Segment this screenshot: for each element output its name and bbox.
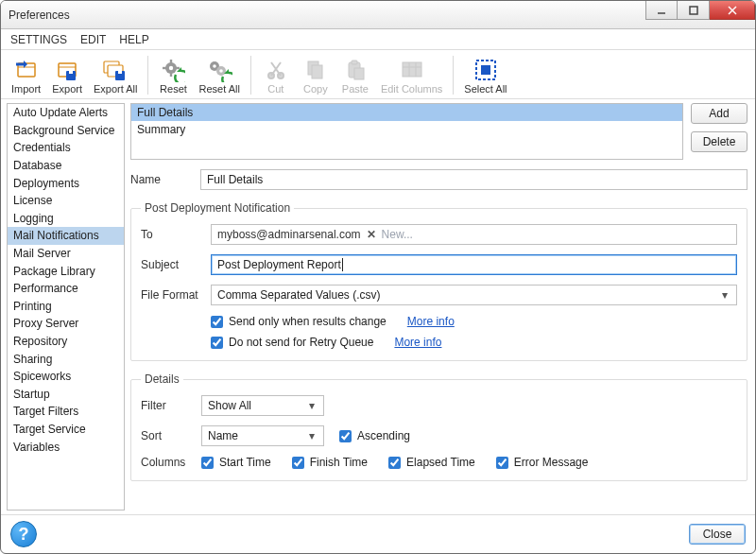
close-button[interactable]: Close — [689, 524, 746, 545]
import-icon — [13, 57, 40, 83]
content-pane: Full DetailsSummary Add Delete Name Full… — [125, 99, 755, 514]
reset-all-icon — [206, 57, 232, 83]
sidebar-item[interactable]: Startup — [8, 386, 124, 404]
name-input[interactable]: Full Details — [200, 169, 747, 190]
col-error-message-checkbox[interactable]: Error Message — [496, 456, 589, 469]
edit-columns-button: Edit Columns — [376, 54, 447, 96]
minimize-button[interactable] — [645, 1, 678, 20]
sidebar-item[interactable]: Variables — [8, 438, 124, 456]
delete-button[interactable]: Delete — [691, 131, 747, 152]
reset-icon — [160, 57, 186, 83]
details-group: Details Filter Show All ▾ Sort Name ▾ As… — [130, 372, 747, 481]
subject-label: Subject — [141, 258, 203, 271]
file-format-select[interactable]: Comma Separated Values (.csv) ▾ — [211, 285, 737, 305]
sort-label: Sort — [141, 429, 194, 442]
name-label: Name — [130, 173, 193, 186]
columns-label: Columns — [141, 456, 194, 469]
chevron-down-icon: ▾ — [717, 288, 732, 302]
svg-rect-1 — [690, 7, 697, 14]
sidebar-item[interactable]: Background Service — [8, 122, 124, 140]
sidebar-item[interactable]: Proxy Server — [8, 315, 124, 333]
sort-select[interactable]: Name ▾ — [201, 425, 324, 446]
svg-point-20 — [213, 64, 216, 68]
svg-rect-17 — [163, 67, 166, 69]
svg-rect-16 — [170, 73, 172, 77]
reset-button[interactable]: Reset — [154, 54, 192, 96]
select-all-icon — [472, 57, 499, 83]
sidebar-item[interactable]: Performance — [8, 280, 124, 298]
svg-point-22 — [219, 69, 223, 73]
svg-rect-32 — [403, 62, 421, 77]
cut-icon — [263, 57, 289, 83]
sidebar-item[interactable]: License — [8, 192, 124, 210]
sidebar-item[interactable]: Repository — [8, 333, 124, 351]
svg-rect-30 — [352, 61, 357, 64]
sidebar-item[interactable]: Credentials — [8, 139, 124, 157]
svg-rect-28 — [312, 65, 322, 78]
menu-edit[interactable]: EDIT — [80, 33, 106, 46]
list-item[interactable]: Full Details — [131, 104, 682, 121]
col-start-time-checkbox[interactable]: Start Time — [201, 456, 271, 469]
sidebar-item[interactable]: Mail Server — [8, 245, 124, 263]
list-item[interactable]: Summary — [131, 121, 682, 138]
to-label: To — [141, 228, 203, 241]
svg-point-14 — [169, 66, 173, 70]
details-legend: Details — [141, 372, 183, 386]
paste-button: Paste — [336, 54, 374, 96]
reset-all-button[interactable]: Reset All — [194, 54, 244, 96]
export-all-button[interactable]: Export All — [89, 54, 142, 96]
sidebar-item[interactable]: Deployments — [8, 174, 124, 192]
chevron-down-icon: ▾ — [304, 399, 319, 412]
filter-label: Filter — [141, 399, 194, 412]
sidebar-item[interactable]: Database — [8, 157, 124, 175]
import-button[interactable]: Import — [7, 54, 45, 96]
profiles-buttons: Add Delete — [691, 103, 747, 160]
subject-input[interactable]: Post Deployment Report — [211, 254, 737, 275]
post-deployment-group: Post Deployment Notification To myboss@a… — [130, 201, 747, 361]
copy-icon — [302, 57, 329, 83]
titlebar: Preferences — [1, 1, 755, 29]
select-all-button[interactable]: Select All — [459, 54, 511, 96]
maximize-button[interactable] — [678, 1, 710, 20]
svg-rect-15 — [170, 60, 172, 63]
text-caret — [342, 258, 343, 271]
svg-rect-8 — [69, 71, 73, 74]
sidebar-item[interactable]: Logging — [8, 210, 124, 228]
remove-token-icon[interactable]: ✕ — [367, 228, 376, 241]
sidebar-item[interactable]: Target Service — [8, 421, 124, 439]
profiles-listbox[interactable]: Full DetailsSummary — [130, 103, 683, 160]
sidebar-item[interactable]: Spiceworks — [8, 368, 124, 386]
send-only-change-checkbox[interactable]: Send only when results change — [211, 315, 387, 328]
svg-rect-5 — [16, 63, 24, 66]
export-button[interactable]: Export — [47, 54, 87, 96]
main-area: Auto Update AlertsBackground ServiceCred… — [1, 99, 755, 514]
help-icon[interactable]: ? — [10, 521, 37, 547]
col-elapsed-time-checkbox[interactable]: Elapsed Time — [388, 456, 475, 469]
no-retry-queue-checkbox[interactable]: Do not send for Retry Queue — [211, 336, 373, 349]
close-window-button[interactable] — [710, 1, 755, 20]
settings-sidebar[interactable]: Auto Update AlertsBackground ServiceCred… — [7, 103, 125, 511]
col-finish-time-checkbox[interactable]: Finish Time — [292, 456, 368, 469]
export-icon — [54, 57, 80, 83]
name-row: Name Full Details — [130, 169, 747, 190]
sidebar-item[interactable]: Auto Update Alerts — [8, 104, 124, 122]
filter-select[interactable]: Show All ▾ — [201, 395, 324, 416]
menu-help[interactable]: HELP — [119, 33, 148, 46]
ascending-checkbox[interactable]: Ascending — [339, 429, 410, 442]
sidebar-item[interactable]: Mail Notifications — [8, 227, 124, 245]
svg-rect-18 — [176, 67, 180, 69]
edit-columns-icon — [399, 57, 425, 83]
footer: ? Close — [1, 514, 755, 553]
more-info-link-1[interactable]: More info — [407, 315, 455, 328]
sidebar-item[interactable]: Printing — [8, 298, 124, 316]
window-title: Preferences — [9, 9, 645, 22]
to-placeholder: New... — [382, 228, 413, 241]
sidebar-item[interactable]: Package Library — [8, 262, 124, 280]
window-controls — [645, 1, 755, 28]
menu-settings[interactable]: SETTINGS — [10, 33, 67, 46]
to-input[interactable]: myboss@adminarsenal.com ✕ New... — [211, 224, 737, 245]
sidebar-item[interactable]: Target Filters — [8, 403, 124, 421]
add-button[interactable]: Add — [691, 103, 747, 124]
sidebar-item[interactable]: Sharing — [8, 350, 124, 368]
more-info-link-2[interactable]: More info — [394, 336, 441, 349]
